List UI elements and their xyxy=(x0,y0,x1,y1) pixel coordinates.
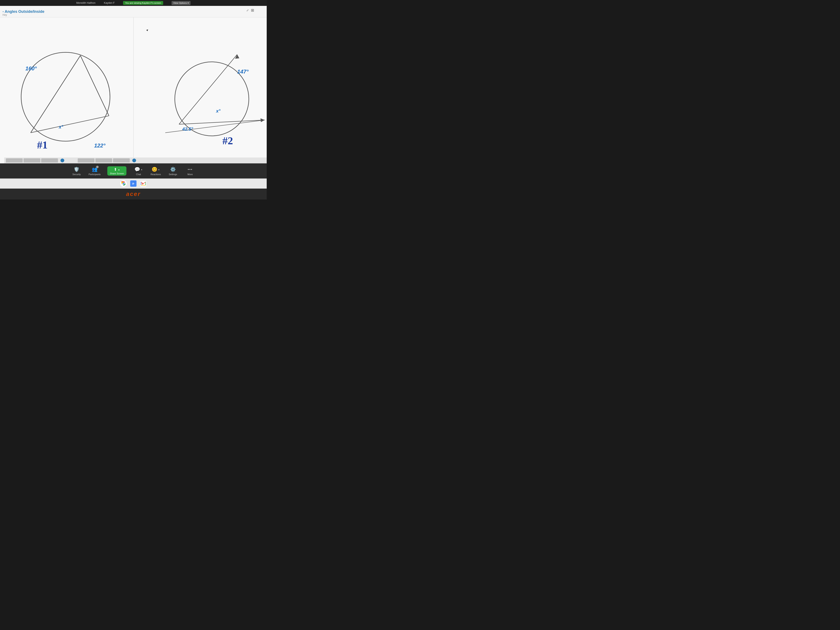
system-tray: M xyxy=(0,178,267,189)
svg-rect-30 xyxy=(132,184,134,185)
security-label: Security xyxy=(73,173,81,175)
security-icon: 🛡️ xyxy=(74,167,80,172)
svg-text:160°: 160° xyxy=(25,65,37,72)
toolbar-icons: ⤢ ⊞ xyxy=(246,8,254,13)
security-button[interactable]: 🛡️ Security xyxy=(71,167,82,175)
svg-line-11 xyxy=(165,120,265,133)
settings-icon: ⚙️ xyxy=(170,167,176,172)
svg-text:#2: #2 xyxy=(223,135,233,147)
whiteboard: 160° x° 122° #1 147° xyxy=(0,17,267,163)
svg-text:x°: x° xyxy=(216,108,220,114)
svg-text:M: M xyxy=(142,183,143,185)
more-icon: ••• xyxy=(187,167,193,172)
svg-text:147°: 147° xyxy=(237,68,249,75)
svg-text:x°: x° xyxy=(58,124,63,129)
acer-brand-bar: acer xyxy=(0,189,267,199)
svg-line-10 xyxy=(179,120,265,124)
participants-label: Participants xyxy=(88,173,101,175)
screen-content: - Angles Outside/Inside Hey ⤢ ⊞ 160° x° xyxy=(0,6,267,163)
right-panel: 147° x° 42.5° #2 xyxy=(134,17,267,163)
settings-button[interactable]: ⚙️ Settings xyxy=(167,167,178,175)
participants-button[interactable]: 👥 2 Participants xyxy=(88,167,101,175)
share-screen-icon: ⬆ xyxy=(114,167,117,172)
svg-rect-28 xyxy=(132,183,134,183)
tab4[interactable] xyxy=(78,158,95,163)
reactions-label: Reactions xyxy=(151,173,161,175)
chrome-icon[interactable] xyxy=(120,180,127,187)
docs-icon[interactable] xyxy=(130,180,136,187)
tab2[interactable] xyxy=(24,158,40,163)
participants-badge: 2 xyxy=(96,166,99,168)
svg-line-2 xyxy=(81,55,109,116)
more-button[interactable]: ••• More xyxy=(185,167,195,175)
page-title: - Angles Outside/Inside xyxy=(3,9,44,14)
tab1[interactable] xyxy=(6,158,23,163)
chat-chevron: ▲ xyxy=(141,169,142,171)
svg-line-1 xyxy=(31,55,81,133)
svg-line-3 xyxy=(31,116,109,133)
share-screen-label: Share Screen xyxy=(110,172,124,175)
svg-marker-16 xyxy=(261,118,265,122)
reactions-button[interactable]: 😊 ▲ Reactions xyxy=(150,167,161,175)
svg-line-9 xyxy=(179,54,237,124)
settings-label: Settings xyxy=(169,173,177,175)
share-screen-button[interactable]: ⬆ ▲ Share Screen xyxy=(107,166,126,175)
chat-button[interactable]: 💬 ▲ Chat xyxy=(133,167,144,175)
share-screen-chevron: ▲ xyxy=(118,169,120,171)
left-panel: 160° x° 122° #1 xyxy=(0,17,134,163)
page-subtitle: Hey xyxy=(3,13,7,16)
panel-dot1 xyxy=(60,159,64,162)
svg-point-21 xyxy=(123,183,124,184)
viewing-banner: You are viewing Kayden F's screen xyxy=(123,1,163,5)
gmail-icon[interactable]: M xyxy=(140,180,147,187)
more-label: More xyxy=(188,173,193,175)
participant1-name: Meredith Halthon xyxy=(76,2,95,5)
svg-text:42.5°: 42.5° xyxy=(182,126,193,132)
panel-dot2 xyxy=(132,159,136,162)
zoom-taskbar: 🛡️ Security 👥 2 Participants ⬆ ▲ Share S… xyxy=(0,163,267,178)
tab3[interactable] xyxy=(41,158,58,163)
diagram1-svg: 160° x° 122° #1 xyxy=(0,17,133,163)
diagram2-svg: 147° x° 42.5° #2 xyxy=(134,17,267,163)
tab5[interactable] xyxy=(95,158,112,163)
acer-text: acer xyxy=(126,191,141,197)
svg-text:122°: 122° xyxy=(94,142,106,149)
chat-icon: 💬 xyxy=(134,167,140,172)
svg-rect-29 xyxy=(132,183,134,184)
view-options-button[interactable]: View Options ▾ xyxy=(172,1,191,5)
participant2-name: Kayden F xyxy=(104,2,115,5)
title-bar: - Angles Outside/Inside Hey ⤢ ⊞ xyxy=(0,6,267,17)
participants-icon: 👥 2 xyxy=(92,167,98,172)
expand-icon[interactable]: ⤢ xyxy=(246,9,249,12)
tab6[interactable] xyxy=(113,158,130,163)
bottom-tabs xyxy=(4,158,267,163)
reactions-icon: 😊 xyxy=(152,167,158,172)
zoom-top-bar: Meredith Halthon Kayden F You are viewin… xyxy=(0,0,267,6)
chat-label: Chat xyxy=(136,173,141,175)
grid-icon[interactable]: ⊞ xyxy=(251,8,254,13)
svg-text:#1: #1 xyxy=(37,139,47,151)
reactions-chevron: ▲ xyxy=(158,169,160,171)
